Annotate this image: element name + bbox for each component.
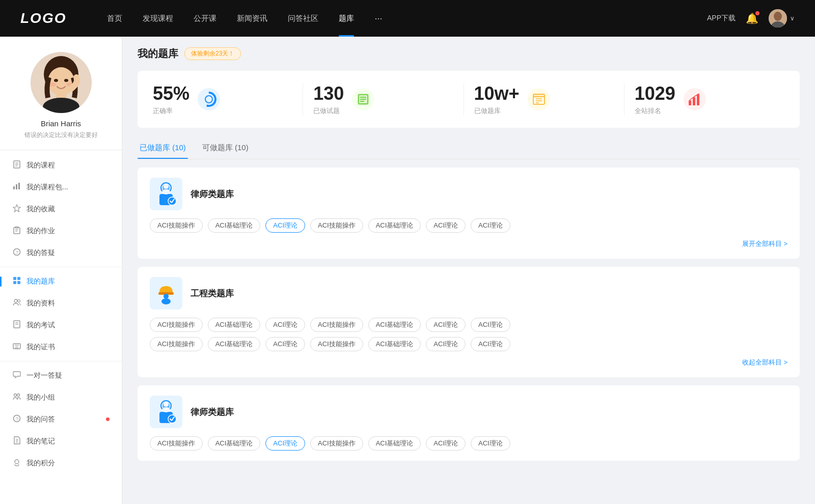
nav-open-course[interactable]: 公开课 <box>183 0 227 37</box>
main-content: 我的题库 体验剩余23天！ 55% 正确率 <box>122 37 815 504</box>
stat-rank-text: 1029 全站排名 <box>635 83 675 116</box>
svg-point-48 <box>205 96 212 103</box>
sidebar-item-my-favorites[interactable]: 我的收藏 <box>0 198 122 220</box>
nav-discover[interactable]: 发现课程 <box>132 0 183 37</box>
nav-news[interactable]: 新闻资讯 <box>227 0 278 37</box>
nav-more[interactable]: ··· <box>364 0 392 37</box>
nav-avatar <box>769 9 787 27</box>
sidebar-label-my-qbank: 我的题库 <box>26 277 110 286</box>
tag-item[interactable]: ACI基础理论 <box>208 218 261 233</box>
sidebar-item-my-exam[interactable]: 我的考试 <box>0 314 122 336</box>
qbank-lawyer-1-footer: 展开全部科目 > <box>150 239 787 248</box>
svg-rect-17 <box>16 184 17 189</box>
tag-item[interactable]: ACI技能操作 <box>310 337 363 351</box>
sidebar-item-my-package[interactable]: 我的课程包... <box>0 176 122 198</box>
sidebar-item-my-homework[interactable]: 我的作业 <box>0 220 122 242</box>
notification-dot <box>106 417 110 421</box>
expand-button[interactable]: 展开全部科目 > <box>742 240 787 247</box>
sidebar-item-my-qbank[interactable]: 我的题库 <box>0 270 122 292</box>
tag-item[interactable]: ACI理论 <box>265 318 305 332</box>
tag-item[interactable]: ACI基础理论 <box>208 436 261 451</box>
tag-item[interactable]: ACI基础理论 <box>368 337 421 351</box>
sidebar-item-my-question[interactable]: ? 我的问答 <box>0 408 122 430</box>
svg-point-9 <box>64 79 68 82</box>
sidebar-item-my-notes[interactable]: 我的笔记 <box>0 430 122 452</box>
logo[interactable]: LOGO <box>20 10 66 26</box>
tag-item[interactable]: ACI理论 <box>426 337 466 351</box>
stat-done-questions-icon <box>352 88 374 110</box>
tag-item[interactable]: ACI理论 <box>426 436 466 451</box>
sidebar-item-my-cert[interactable]: 我的证书 <box>0 336 122 358</box>
tab-todo[interactable]: 可做题库 (10) <box>200 138 251 159</box>
svg-text:?: ? <box>16 416 18 422</box>
tag-item[interactable]: ACI技能操作 <box>150 337 203 351</box>
nav-qa[interactable]: 问答社区 <box>278 0 329 37</box>
nav-app-download[interactable]: APP下载 <box>707 14 736 23</box>
grid-icon <box>12 276 21 286</box>
stat-rank-icon <box>684 88 706 110</box>
sidebar-item-my-materials[interactable]: 我的资料 <box>0 292 122 314</box>
stat-done-banks-label: 已做题库 <box>474 106 520 116</box>
tab-done[interactable]: 已做题库 (10) <box>138 138 188 159</box>
sidebar-item-my-group[interactable]: 我的小组 <box>0 386 122 408</box>
sidebar-label-my-homework: 我的作业 <box>26 227 110 236</box>
svg-point-73 <box>164 294 169 299</box>
page-title: 我的题库 <box>138 47 178 61</box>
qbank-lawyer-2-header: 律师类题库 <box>150 396 787 428</box>
svg-rect-28 <box>13 281 16 284</box>
nav-bell[interactable]: 🔔 <box>746 12 758 24</box>
tag-item[interactable]: ACI理论 <box>471 318 510 332</box>
tag-item[interactable]: ACI基础理论 <box>368 218 421 233</box>
tag-item-active[interactable]: ACI理论 <box>265 436 305 451</box>
svg-point-69 <box>162 189 170 194</box>
tag-item[interactable]: ACI基础理论 <box>368 318 421 332</box>
tag-item[interactable]: ACI基础理论 <box>368 436 421 451</box>
tag-item[interactable]: ACI理论 <box>426 218 466 233</box>
page-header: 我的题库 体验剩余23天！ <box>138 47 800 61</box>
stat-rank-label: 全站排名 <box>635 106 675 116</box>
bell-dot <box>755 11 759 15</box>
qbank-lawyer-1-tags: ACI技能操作 ACI基础理论 ACI理论 ACI技能操作 ACI基础理论 AC… <box>150 218 787 233</box>
tag-item-active[interactable]: ACI理论 <box>265 218 305 233</box>
nav-avatar-wrap[interactable]: ∨ <box>769 9 795 27</box>
tag-item[interactable]: ACI技能操作 <box>150 318 203 332</box>
tag-item[interactable]: ACI理论 <box>265 337 305 351</box>
svg-point-45 <box>15 460 19 464</box>
tag-item[interactable]: ACI理论 <box>471 218 510 233</box>
tag-item[interactable]: ACI理论 <box>471 436 510 451</box>
tag-item[interactable]: ACI基础理论 <box>208 337 261 351</box>
stat-correct-icon <box>198 88 220 110</box>
tag-item[interactable]: ACI基础理论 <box>208 318 261 332</box>
tag-item[interactable]: ACI技能操作 <box>150 218 203 233</box>
collapse-button[interactable]: 收起全部科目 > <box>742 358 787 366</box>
svg-point-10 <box>50 82 56 87</box>
svg-rect-18 <box>18 183 20 189</box>
svg-rect-26 <box>13 277 16 280</box>
svg-point-8 <box>54 79 58 82</box>
sidebar-item-my-qa[interactable]: ? 我的答疑 <box>0 242 122 264</box>
nav-qbank[interactable]: 题库 <box>329 0 364 37</box>
svg-rect-16 <box>13 186 15 189</box>
sidebar-item-my-course[interactable]: 我的课程 <box>0 154 122 176</box>
svg-rect-62 <box>697 95 699 105</box>
tag-item[interactable]: ACI技能操作 <box>310 318 363 332</box>
tag-item[interactable]: ACI理论 <box>426 318 466 332</box>
avatar <box>31 52 92 113</box>
question2-icon: ? <box>12 414 21 424</box>
stat-done-banks-icon <box>528 88 550 110</box>
sidebar-item-one-on-one[interactable]: 一对一答疑 <box>0 365 122 386</box>
stat-correct-rate-value: 55% <box>153 83 189 104</box>
nav-home[interactable]: 首页 <box>97 0 132 37</box>
svg-point-39 <box>17 394 20 397</box>
qbank-lawyer-2-tags: ACI技能操作 ACI基础理论 ACI理论 ACI技能操作 ACI基础理论 AC… <box>150 436 787 451</box>
tag-item[interactable]: ACI技能操作 <box>150 436 203 451</box>
qbank-lawyer-2-name: 律师类题库 <box>191 406 234 418</box>
svg-rect-60 <box>689 100 691 105</box>
tag-item[interactable]: ACI理论 <box>471 337 510 351</box>
svg-marker-19 <box>13 205 20 212</box>
stat-done-questions-label: 已做试题 <box>313 106 344 116</box>
sidebar-item-my-points[interactable]: 我的积分 <box>0 452 122 474</box>
sidebar-label-my-exam: 我的考试 <box>26 321 110 330</box>
tag-item[interactable]: ACI技能操作 <box>310 218 363 233</box>
tag-item[interactable]: ACI技能操作 <box>310 436 363 451</box>
